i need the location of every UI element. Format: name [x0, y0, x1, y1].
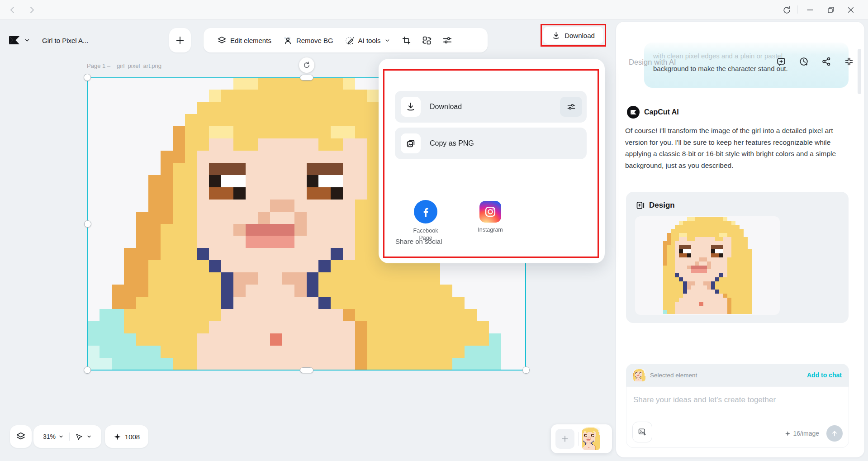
- assistant-message: Of course! I'll transform the image of t…: [625, 125, 850, 171]
- restore-window-icon[interactable]: [825, 4, 837, 16]
- chevron-down-icon: [24, 37, 30, 43]
- design-icon: [636, 201, 645, 210]
- design-card-header: Design: [636, 201, 675, 210]
- share-facebook-button[interactable]: Facebook Page: [398, 200, 453, 242]
- adjust-button[interactable]: [439, 33, 455, 48]
- selection-handle-bottom-right[interactable]: [522, 366, 530, 374]
- share-icon[interactable]: [821, 56, 832, 67]
- send-button[interactable]: [826, 425, 843, 442]
- download-icon: [401, 97, 421, 117]
- crop-button[interactable]: [398, 33, 414, 48]
- design-card-title: Design: [649, 201, 675, 210]
- history-icon[interactable]: [798, 56, 809, 67]
- ai-pen-icon: [345, 36, 355, 45]
- zoom-control: 31%: [33, 425, 101, 448]
- add-element-button[interactable]: [169, 28, 191, 52]
- minimize-icon[interactable]: [804, 4, 816, 16]
- replace-button[interactable]: [419, 33, 435, 48]
- share-instagram-button[interactable]: Instagram: [463, 200, 517, 233]
- titlebar-divider: [797, 5, 797, 14]
- chevron-down-icon: [384, 38, 390, 43]
- divider: [578, 432, 579, 446]
- pages-bar: [551, 424, 612, 453]
- page-label: Page 1 – girl_pixel_art.png: [87, 62, 161, 69]
- chevron-down-icon[interactable]: [58, 434, 64, 439]
- forward-icon[interactable]: [26, 5, 37, 15]
- download-settings-button[interactable]: [560, 97, 582, 117]
- download-label: Download: [564, 32, 595, 39]
- chat-input[interactable]: [633, 394, 832, 406]
- layers-panel-button[interactable]: [10, 425, 32, 448]
- divider: [69, 432, 70, 441]
- cursor-tool-icon[interactable]: [75, 432, 84, 441]
- capcut-logo-icon: [8, 35, 20, 45]
- add-page-button[interactable]: [555, 429, 574, 449]
- add-to-chat-button[interactable]: Add to chat: [807, 371, 842, 379]
- zoom-level[interactable]: 31%: [43, 433, 56, 440]
- save-popup: Save Download Copy as PNG Share on socia…: [379, 59, 605, 263]
- collapse-panel-icon[interactable]: [844, 56, 854, 67]
- project-title[interactable]: Girl to Pixel A...: [42, 37, 89, 44]
- download-icon: [552, 31, 560, 40]
- capcut-ai-avatar: [627, 106, 640, 119]
- edit-elements-label: Edit elements: [230, 37, 271, 44]
- image-cost: 16/image: [785, 430, 819, 437]
- selection-handle-top-left[interactable]: [84, 74, 91, 81]
- refresh-icon[interactable]: [781, 4, 792, 16]
- page-number: Page 1 –: [87, 62, 110, 69]
- ai-tools-label: AI tools: [358, 37, 381, 44]
- selection-handle-left[interactable]: [84, 220, 91, 228]
- new-chat-icon[interactable]: [776, 56, 787, 67]
- design-card: Design: [626, 192, 849, 323]
- selection-handle-bottom-left[interactable]: [84, 366, 91, 374]
- remove-bg-label: Remove BG: [296, 37, 333, 44]
- instagram-label: Instagram: [463, 226, 517, 233]
- ai-tools-button[interactable]: AI tools: [342, 33, 394, 48]
- design-with-ai-panel: with clean pixel edges and a plain or pa…: [616, 22, 864, 457]
- title-bar: [0, 0, 868, 19]
- edit-elements-button[interactable]: Edit elements: [213, 33, 275, 48]
- download-highlight-box: Download: [541, 24, 606, 47]
- edit-toolbar: Edit elements Remove BG AI tools: [204, 28, 488, 52]
- page-thumbnail[interactable]: [582, 428, 600, 450]
- selection-handle-bottom[interactable]: [300, 367, 313, 373]
- download-button[interactable]: Download: [543, 27, 603, 44]
- close-icon[interactable]: [845, 4, 857, 16]
- copy-image-icon: [401, 133, 421, 153]
- remove-background-icon: [283, 36, 293, 45]
- sparkle-icon: [114, 433, 121, 441]
- copy-as-png-label: Copy as PNG: [430, 139, 474, 147]
- facebook-icon: [414, 200, 437, 223]
- credits-count: 1008: [125, 433, 140, 441]
- copy-as-png-button[interactable]: Copy as PNG: [395, 128, 587, 159]
- back-icon[interactable]: [7, 5, 18, 15]
- design-thumbnail[interactable]: [635, 216, 780, 315]
- chevron-down-icon[interactable]: [86, 434, 92, 439]
- selected-element-bar: Selected element Add to chat: [626, 364, 849, 386]
- attach-image-button[interactable]: [632, 422, 652, 442]
- image-cost-label: 16/image: [793, 430, 819, 437]
- credits-button[interactable]: 1008: [105, 425, 148, 448]
- panel-scrollbar[interactable]: [858, 49, 861, 94]
- facebook-label: Facebook Page: [398, 227, 453, 242]
- file-name: girl_pixel_art.png: [117, 62, 161, 69]
- sparkle-icon: [785, 431, 791, 437]
- panel-title: Design with AI: [629, 58, 676, 67]
- chat-input-card: 16/image: [626, 386, 849, 448]
- popup-download-button[interactable]: Download: [395, 91, 587, 123]
- assistant-header: CapCut AI: [627, 106, 679, 119]
- layers-icon: [217, 36, 227, 45]
- rotate-handle[interactable]: [299, 57, 314, 73]
- selected-element-label: Selected element: [650, 372, 802, 379]
- popup-download-label: Download: [430, 103, 462, 111]
- assistant-name: CapCut AI: [644, 108, 679, 116]
- selected-element-thumbnail: [633, 369, 645, 381]
- selection-handle-top[interactable]: [300, 75, 313, 81]
- remove-bg-button[interactable]: Remove BG: [280, 33, 337, 48]
- app-menu[interactable]: Girl to Pixel A...: [8, 28, 89, 52]
- instagram-icon: [479, 201, 501, 223]
